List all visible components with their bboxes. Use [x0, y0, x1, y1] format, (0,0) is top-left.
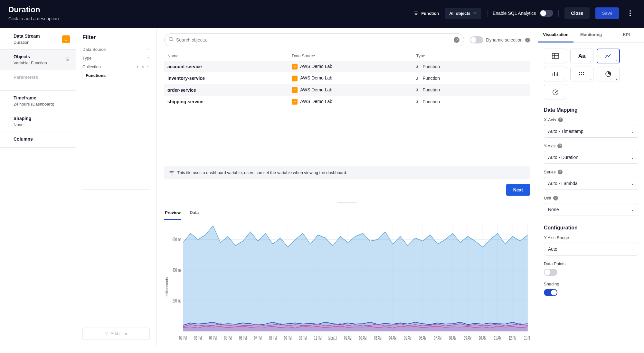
svg-text:12 PM: 12 PM [509, 335, 516, 341]
filter-icon [169, 171, 174, 175]
viz-bar[interactable]: ⌄ [544, 67, 567, 81]
function-filter[interactable]: Function [413, 11, 439, 16]
more-menu[interactable] [625, 7, 636, 19]
filter-settings-icon [108, 73, 111, 78]
all-objects-select[interactable]: All objects [445, 8, 481, 19]
section-data-stream[interactable]: Data Stream Duration [0, 29, 76, 50]
y-range-select[interactable]: Auto⌄ [544, 243, 638, 255]
filter-panel: Filter Data Source Type Collection + × F… [76, 28, 156, 346]
filter-type[interactable]: Type [82, 54, 150, 62]
filter-settings-icon[interactable] [65, 57, 70, 62]
svg-text:08 PM: 08 PM [269, 335, 277, 341]
chevron-down-icon: ⌄ [631, 247, 634, 251]
data-points-toggle[interactable] [544, 269, 557, 276]
section-parameters[interactable]: Parameters - [0, 70, 76, 91]
table-row[interactable]: shipping-service ~AWS Demo Lab λFunction [164, 96, 530, 107]
section-objects[interactable]: Objects Variable: Function [0, 50, 76, 70]
svg-text:07 AM: 07 AM [434, 335, 441, 341]
lambda-icon: λ [416, 99, 421, 105]
chevron-down-icon: ⌄ [631, 181, 634, 186]
duration-chart: 200 ms400 ms600 ms02 PM03 PM04 PM05 PM06… [169, 221, 530, 343]
help-icon[interactable]: ? [558, 170, 563, 174]
svg-text:07 PM: 07 PM [254, 335, 261, 341]
svg-point-1 [630, 13, 631, 14]
filter-collection[interactable]: Collection + × [82, 62, 150, 71]
y-axis-select[interactable]: Auto - Duration⌄ [544, 151, 638, 164]
obj-type: λFunction [413, 96, 530, 107]
lambda-icon: λ [416, 76, 421, 81]
preview-panel: Preview Data milliseconds 200 ms400 ms60… [156, 204, 538, 346]
svg-text:01 PM: 01 PM [524, 335, 530, 341]
shading-toggle[interactable] [544, 289, 557, 296]
help-icon[interactable]: ? [553, 196, 558, 200]
svg-rect-59 [579, 72, 580, 73]
tab-data[interactable]: Data [189, 206, 199, 220]
filter-data-source[interactable]: Data Source [82, 45, 150, 54]
data-points-label: Data Points [544, 261, 565, 266]
viz-heatmap[interactable]: ⌄ [570, 67, 593, 81]
chevron-down-icon: ⌄ [631, 208, 634, 212]
add-icon[interactable]: + [137, 64, 139, 69]
panel-resizer[interactable] [156, 201, 538, 204]
tab-monitoring[interactable]: Monitoring [573, 28, 609, 42]
svg-text:600 ms: 600 ms [173, 237, 181, 243]
sql-analytics-label: Enable SQL Analytics [493, 11, 536, 16]
chevron-down-icon[interactable] [147, 64, 150, 69]
aws-icon: ~ [292, 64, 298, 70]
search-input[interactable] [164, 33, 464, 46]
close-icon[interactable]: × [141, 64, 144, 69]
dynamic-selection-label: Dynamic selection [486, 37, 523, 42]
col-data-source[interactable]: Data Source [289, 51, 413, 61]
obj-ds: ~AWS Demo Lab [289, 96, 413, 107]
viz-table[interactable]: ⌄ [544, 49, 567, 63]
sql-analytics-toggle[interactable] [540, 10, 553, 17]
header: Duration Click to add a description Func… [0, 0, 644, 28]
help-icon[interactable]: ? [454, 37, 459, 43]
series-label: Series [544, 170, 556, 174]
obj-ds: ~AWS Demo Lab [289, 84, 413, 96]
section-timeframe[interactable]: Timeframe 24 hours (Dashboard) [0, 91, 76, 111]
y-axis-label: milliseconds [164, 221, 169, 343]
help-icon[interactable]: ? [557, 144, 562, 148]
shading-label: Shading [544, 282, 559, 286]
save-button[interactable]: Save [595, 7, 619, 19]
col-name[interactable]: Name [164, 51, 289, 61]
close-button[interactable]: Close [564, 7, 590, 19]
svg-text:05 PM: 05 PM [224, 335, 232, 341]
table-row[interactable]: order-service ~AWS Demo Lab λFunction [164, 84, 530, 96]
tab-visualization[interactable]: Visualization [538, 28, 573, 42]
x-axis-select[interactable]: Auto - Timestamp⌄ [544, 125, 638, 138]
next-button[interactable]: Next [506, 184, 530, 196]
add-filter-button[interactable]: Add filter [82, 328, 150, 339]
page-description[interactable]: Click to add a description [8, 16, 59, 21]
help-icon[interactable]: ? [525, 38, 530, 42]
svg-text:02 AM: 02 AM [359, 335, 366, 341]
viz-text[interactable]: Aa⌄ [570, 49, 593, 63]
svg-text:11 PM: 11 PM [314, 335, 321, 341]
table-row[interactable]: inventory-service ~AWS Demo Lab λFunctio… [164, 72, 530, 84]
tab-preview[interactable]: Preview [164, 206, 181, 220]
help-icon[interactable]: ? [558, 117, 563, 122]
section-shaping[interactable]: Shaping None [0, 111, 76, 132]
x-axis-label: X-Axis [544, 117, 556, 122]
svg-rect-63 [581, 74, 582, 75]
table-row[interactable]: account-service ~AWS Demo Lab λFunction [164, 61, 530, 72]
viz-line[interactable]: ✓ [597, 49, 620, 63]
filter-heading: Filter [82, 34, 150, 41]
svg-text:08 AM: 08 AM [449, 335, 456, 341]
series-select[interactable]: Auto - Lambda⌄ [544, 177, 638, 190]
filter-collection-value[interactable]: Functions [82, 71, 150, 80]
dynamic-selection-toggle[interactable] [470, 36, 483, 43]
tab-kpi[interactable]: KPI [609, 28, 644, 42]
svg-rect-64 [583, 74, 584, 75]
viz-gauge[interactable]: ⌄ [544, 85, 567, 99]
obj-type: λFunction [413, 61, 530, 72]
section-columns[interactable]: Columns [0, 132, 76, 148]
unit-select[interactable]: None⌄ [544, 203, 638, 216]
obj-name: shipping-service [164, 96, 289, 107]
viz-pie[interactable]: ▲ [597, 67, 620, 81]
y-range-label: Y-Axis Range [544, 235, 569, 240]
svg-point-67 [555, 92, 556, 93]
col-type[interactable]: Type [413, 51, 530, 61]
svg-text:02 PM: 02 PM [179, 335, 187, 341]
